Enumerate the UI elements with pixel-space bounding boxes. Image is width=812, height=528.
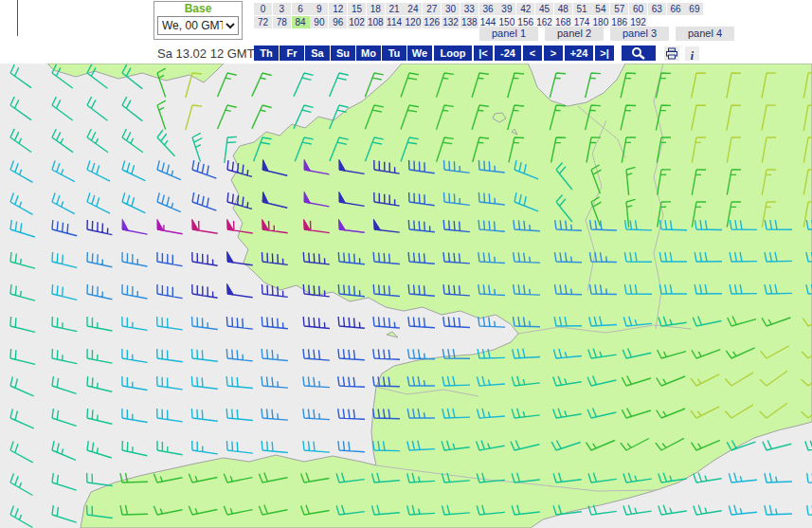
nav-button[interactable]: -24 <box>495 46 521 61</box>
wind-map[interactable] <box>0 64 812 528</box>
timestep-cell[interactable]: 132 <box>442 16 460 28</box>
timestep-cell[interactable]: 24 <box>404 3 422 15</box>
timestep-cell[interactable]: 102 <box>348 16 366 28</box>
panel-button[interactable]: panel 4 <box>676 27 734 41</box>
timestep-cell[interactable]: 45 <box>535 3 553 15</box>
nav-button[interactable]: >| <box>595 46 614 61</box>
info-icon: i <box>691 49 694 63</box>
day-button-th[interactable]: Th <box>254 46 279 61</box>
timestep-cell[interactable]: 33 <box>460 3 478 15</box>
magnifier-icon <box>622 46 656 61</box>
timestep-cell[interactable]: 90 <box>310 16 328 28</box>
info-button[interactable]: i <box>685 46 699 61</box>
timestep-cell[interactable]: 0 <box>254 3 272 15</box>
timestep-cell[interactable]: 51 <box>573 3 591 15</box>
timestep-cell[interactable]: 27 <box>423 3 441 15</box>
timestep-cell[interactable]: 66 <box>667 3 685 15</box>
nav-button[interactable]: |< <box>474 46 493 61</box>
nav-button[interactable]: Loop <box>434 46 472 61</box>
day-button-tu[interactable]: Tu <box>382 46 406 61</box>
panel-button[interactable]: panel 1 <box>479 27 538 41</box>
timestep-cell[interactable]: 36 <box>479 3 497 15</box>
timestep-cell[interactable]: 126 <box>423 16 441 28</box>
weather-app: Base We, 00 GMT 036912151821242730333639… <box>0 0 812 528</box>
zoom-button[interactable] <box>622 46 656 61</box>
timestep-cell[interactable]: 108 <box>367 16 385 28</box>
printer-icon <box>665 47 678 60</box>
timestep-cell[interactable]: 96 <box>329 16 347 28</box>
timestep-cell[interactable]: 120 <box>404 16 422 28</box>
wind-barb-chart <box>0 64 812 528</box>
timestep-cell[interactable]: 39 <box>497 3 515 15</box>
timestep-cell[interactable]: 12 <box>329 3 347 15</box>
valid-time-label: Sa 13.02 12 GMT <box>157 46 262 61</box>
panel-button[interactable]: panel 3 <box>610 27 669 41</box>
day-button-fr[interactable]: Fr <box>280 46 304 61</box>
divider <box>17 0 18 36</box>
timestep-cell[interactable]: 78 <box>273 16 291 28</box>
timestep-cell[interactable]: 114 <box>386 16 404 28</box>
timestep-cell[interactable]: 63 <box>648 3 666 15</box>
day-button-we[interactable]: We <box>407 46 432 61</box>
timestep-cell[interactable]: 18 <box>367 3 385 15</box>
timestep-cell[interactable]: 3 <box>273 3 291 15</box>
timestep-cell[interactable]: 72 <box>254 16 272 28</box>
timestep-cell[interactable]: 6 <box>292 3 310 15</box>
nav-button[interactable]: +24 <box>565 46 593 61</box>
timestep-cell[interactable]: 57 <box>610 3 628 15</box>
nav-button[interactable]: < <box>523 46 542 61</box>
timestep-cell[interactable]: 15 <box>348 3 366 15</box>
timestep-cell[interactable]: 30 <box>442 3 460 15</box>
timestep-cell[interactable]: 48 <box>554 3 572 15</box>
timestep-cell[interactable]: 42 <box>516 3 534 15</box>
panel-button[interactable]: panel 2 <box>545 27 604 41</box>
timestep-cell[interactable]: 60 <box>629 3 647 15</box>
timestep-cell[interactable]: 21 <box>386 3 404 15</box>
day-button-su[interactable]: Su <box>331 46 355 61</box>
navigation-toolbar: Sa 13.02 12 GMT ThFrSaSuMoTuWe Loop|<-24… <box>0 44 812 64</box>
timestep-header: Base We, 00 GMT 036912151821242730333639… <box>0 0 812 44</box>
base-label: Base <box>154 2 242 16</box>
timestep-cell[interactable]: 54 <box>591 3 609 15</box>
timestep-cell[interactable]: 138 <box>460 16 478 28</box>
base-run-box: Base We, 00 GMT <box>153 1 243 40</box>
timestep-cell[interactable]: 69 <box>685 3 703 15</box>
base-run-select[interactable]: We, 00 GMT <box>157 16 239 35</box>
timestep-cell[interactable]: 9 <box>310 3 328 15</box>
day-button-sa[interactable]: Sa <box>305 46 330 61</box>
print-button[interactable] <box>664 46 679 61</box>
nav-button[interactable]: > <box>544 46 563 61</box>
timestep-cell[interactable]: 84 <box>292 16 310 28</box>
day-button-mo[interactable]: Mo <box>356 46 381 61</box>
